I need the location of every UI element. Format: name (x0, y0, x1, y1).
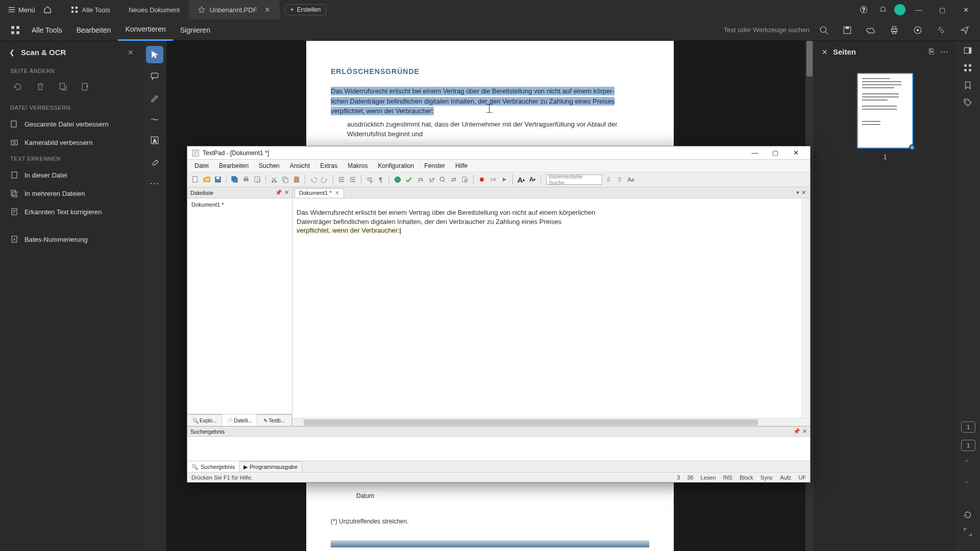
search-icon[interactable] (815, 21, 833, 39)
tab-all-tools[interactable]: Alle Tools (62, 0, 119, 19)
print-preview-icon[interactable] (252, 174, 262, 185)
editor-vscrollbar[interactable] (802, 198, 810, 418)
menu-datei[interactable]: Datei (190, 161, 213, 170)
bell-icon[interactable] (875, 2, 891, 18)
search-down-icon[interactable]: ⇩ (603, 174, 614, 185)
help-icon[interactable]: ? (855, 2, 872, 18)
tool-tab-all-tools[interactable]: Alle Tools (24, 19, 69, 41)
incremental-search-input[interactable]: Inkrementelle Suche (546, 174, 602, 185)
find-in-files-icon[interactable] (460, 174, 470, 185)
redo-icon[interactable] (320, 174, 330, 185)
pin-icon[interactable]: 📌 (793, 428, 800, 435)
save-all-icon[interactable] (230, 174, 240, 185)
play-macro-step-icon[interactable]: I›II (488, 174, 498, 185)
print-icon[interactable] (885, 21, 903, 39)
close-icon[interactable]: ✕ (264, 6, 271, 14)
outdent-icon[interactable] (348, 174, 358, 185)
page-count-badge[interactable]: 1 (961, 421, 975, 433)
pages-close-icon[interactable]: ✕ (822, 48, 828, 56)
refresh-icon[interactable] (963, 510, 973, 520)
textpad-titlebar[interactable]: TextPad - [Dokument1 *] — ▢ ✕ (187, 146, 810, 160)
chevron-up-icon[interactable]: ⌃ (963, 458, 973, 468)
text-tool-icon[interactable]: A (146, 132, 163, 149)
comment-tool-icon[interactable] (146, 67, 163, 85)
erase-tool-icon[interactable] (146, 153, 163, 170)
tab-programmausgabe[interactable]: ▶Programmausgabe (239, 461, 302, 472)
web-icon[interactable] (393, 174, 403, 185)
back-icon[interactable]: ❮ (9, 48, 15, 56)
draw-tool-icon[interactable] (146, 110, 163, 128)
copy-icon[interactable] (280, 174, 290, 185)
file-list-item[interactable]: Dokument1 * (189, 201, 290, 209)
undo-icon[interactable] (308, 174, 318, 185)
insert-icon[interactable] (80, 81, 91, 92)
pdf-highlighted-text[interactable]: verpflichtet, wenn der Verbraucher: (331, 107, 434, 115)
close-icon[interactable]: ✕ (335, 190, 339, 196)
create-button[interactable]: + Erstellen (285, 4, 327, 15)
textpad-editor[interactable]: Das Widerrufsrecht erlischt bei einem Ve… (292, 198, 810, 418)
maximize-icon[interactable]: ▢ (765, 147, 786, 159)
tab-unbenannt[interactable]: Unbenannt.PDF ✕ (189, 0, 279, 19)
font-decrease-icon[interactable]: A▾ (527, 174, 537, 185)
sidebar-item-erkannten[interactable]: Erkannten Text korrigieren (0, 203, 143, 221)
cursor-tool-icon[interactable] (146, 46, 163, 63)
tool-tab-bearbeiten[interactable]: Bearbeiten (69, 19, 118, 41)
menu-extras[interactable]: Extras (316, 161, 341, 170)
close-icon[interactable]: ✕ (801, 189, 806, 196)
panel-toggle-icon[interactable] (963, 46, 973, 56)
sidebar-item-in-mehreren[interactable]: In mehreren Dateien (0, 184, 143, 203)
cut-icon[interactable] (269, 174, 279, 185)
protect-icon[interactable] (909, 21, 927, 39)
zoom-badge[interactable]: 1 (961, 440, 975, 451)
link-icon[interactable] (932, 21, 950, 39)
menu-makros[interactable]: Makros (344, 161, 372, 170)
minimize-icon[interactable]: — (909, 0, 929, 19)
spellcheck-icon[interactable] (404, 174, 414, 185)
fit-icon[interactable] (963, 528, 973, 538)
panel-close-icon[interactable]: ✕ (128, 48, 134, 57)
menu-fenster[interactable]: Fenster (420, 161, 449, 170)
tool-tab-signieren[interactable]: Signieren (173, 19, 217, 41)
sidebar-item-bates[interactable]: # Bates-Nummerierung (0, 230, 143, 248)
indent-icon[interactable] (336, 174, 347, 185)
cloud-icon[interactable] (862, 21, 880, 39)
replace-icon[interactable] (449, 174, 459, 185)
apps-icon[interactable] (963, 63, 973, 73)
record-macro-icon[interactable] (477, 174, 487, 185)
close-icon[interactable]: ✕ (802, 428, 807, 435)
highlight-tool-icon[interactable] (146, 89, 163, 106)
sidebar-item-in-dieser[interactable]: In dieser Datei (0, 166, 143, 184)
sidebar-item-gescannte[interactable]: Gescannte Datei verbessern (0, 115, 143, 133)
print-icon[interactable] (241, 174, 251, 185)
chevron-down-icon[interactable]: ⌄ (963, 475, 973, 486)
menu-bearbeiten[interactable]: Bearbeiten (215, 161, 253, 170)
match-case-icon[interactable]: Aa (626, 174, 636, 185)
tab-textb[interactable]: ✎Textb... (257, 414, 292, 426)
grid-icon[interactable] (6, 21, 24, 39)
menu-hilfe[interactable]: Hilfe (451, 161, 472, 170)
play-macro-icon[interactable] (499, 174, 509, 185)
tool-tab-konvertieren[interactable]: Konvertieren (118, 19, 173, 41)
sort-desc-icon[interactable] (426, 174, 436, 185)
tab-dateiliste[interactable]: 📄Dateili... (222, 414, 257, 426)
tag-icon[interactable] (963, 98, 973, 108)
search-placeholder[interactable]: Text oder Werkzeuge suchen (724, 26, 810, 34)
rotate-icon[interactable] (12, 81, 23, 92)
menu-konfiguration[interactable]: Konfiguration (374, 161, 418, 170)
sort-asc-icon[interactable] (415, 174, 425, 185)
menu-ansicht[interactable]: Ansicht (286, 161, 314, 170)
close-icon[interactable]: ✕ (786, 147, 806, 159)
menu-button[interactable]: Menü (4, 4, 39, 16)
save-icon[interactable] (838, 21, 856, 39)
bookmark-icon[interactable] (963, 81, 973, 91)
maximize-icon[interactable]: ▢ (932, 0, 952, 19)
tab-explorer[interactable]: 🔍Explo... (187, 414, 222, 426)
pdf-highlighted-text[interactable]: Das Widerrufsrecht erlischt bei einem Ve… (331, 87, 615, 95)
paste-icon[interactable] (291, 174, 302, 185)
search-up-icon[interactable]: ⇧ (615, 174, 625, 185)
tab-neues-dokument[interactable]: Neues Dokument (119, 0, 189, 19)
minimize-icon[interactable]: — (745, 147, 765, 159)
tab-suchergebnis[interactable]: 🔍Suchergebnis (187, 461, 239, 472)
close-icon[interactable]: ✕ (955, 0, 976, 19)
new-file-icon[interactable] (190, 174, 201, 185)
